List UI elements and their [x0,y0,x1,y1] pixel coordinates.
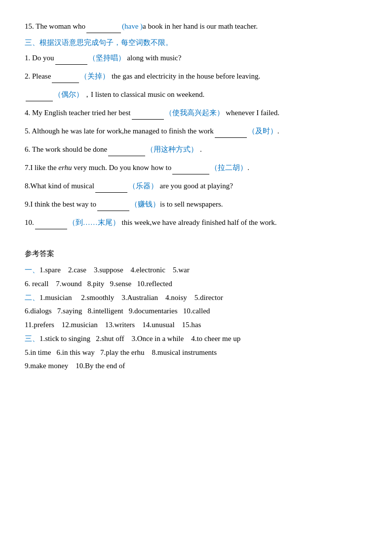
q1-blank [55,64,87,65]
q10-hint: （到……末尾） [68,218,120,226]
q6-text-before: 6. The work should be done [25,145,107,153]
answer-s2-items-row2: 6.dialogs 7.saying 8.intelligent 9.docum… [25,307,210,315]
q5-text-before: 5. Although he was late for work,he mana… [25,127,214,135]
question-4: 4. My English teacher tried her best（使我高… [25,106,367,120]
q3-hint: （偶尔） [54,90,83,98]
q7-text-after: . [247,164,249,171]
answer-s1-items-row1: 1.spare 2.case 3.suppose 4.electronic 5.… [39,266,190,274]
answer-section1-line1: 一、1.spare 2.case 3.suppose 4.electronic … [25,263,367,277]
q10-text-after: this week,we have already finished half … [120,218,277,226]
answer-s3-prefix: 三、 [25,335,39,342]
answer-s2-prefix: 二、 [25,294,39,301]
q1-hint: （坚持唱） [88,54,125,62]
answer-section3-line3: 9.make money 10.By the end of [25,359,367,373]
q4-text-after: whenever I failed. [224,109,279,117]
q6-text-after: . [198,145,202,153]
q5-hint: （及时） [248,127,277,135]
q8-blank [95,192,127,193]
q7-hint: （拉二胡） [210,164,247,171]
q2-text-before: 2. Please [25,72,51,80]
q7-text-mid: very much. Do you know how to [72,164,172,171]
answer-s1-prefix: 一、 [25,266,39,274]
q6-hint: （用这种方式） [146,145,198,153]
question-8: 8.What kind of musical（乐器） are you good … [25,179,367,193]
answer-section2-line2: 6.dialogs 7.saying 8.intelligent 9.docum… [25,304,367,318]
q8-hint: （乐器） [128,182,158,190]
q2-blank [52,83,79,83]
question-15: 15. The woman who(have )a book in her ha… [25,20,367,33]
question-1: 1. Do you（坚持唱） along with music? [25,51,367,65]
answer-s3-items-row1: 1.stick to singing 2.shut off 3.Once in … [39,335,240,342]
q15-text-before: 15. The woman who [25,22,85,30]
answer-section3-line2: 5.in time 6.in this way 7.play the erhu … [25,346,367,360]
q1-text-before: 1. Do you [25,54,54,62]
q4-blank [132,119,164,120]
answer-s3-items-row2: 5.in time 6.in this way 7.play the erhu … [25,348,217,356]
answer-section2-line3: 11.prefers 12.musician 13.writers 14.unu… [25,318,367,332]
q7-text-before: 7.I like the [25,164,58,171]
answer-section1-line2: 6. recall 7.wound 8.pity 9.sense 10.refl… [25,277,367,291]
q2-hint: （关掉） [80,72,110,80]
q9-text-before: 9.I think the best way to [25,200,96,208]
q4-hint: （使我高兴起来） [165,109,224,117]
q4-text-before: 4. My English teacher tried her best [25,109,131,117]
q15-text-after: a book in her hand is our math teacher. [143,22,258,30]
question-9: 9.I think the best way to（赚钱）is to sell … [25,198,367,211]
q3-blank [26,101,53,101]
answer-s2-items-row3: 11.prefers 12.musician 13.writers 14.unu… [25,321,201,329]
q1-text-after: along with music? [125,54,182,62]
q6-blank [108,156,145,156]
q15-blank [86,33,121,33]
section3-header: 三、根据汉语意思完成句子，每空词数不限。 [25,38,367,47]
question-2: 2. Please（关掉） the gas and electricity in… [25,70,367,83]
q15-hint: (have ) [122,22,143,30]
question-7: 7.I like the erhu very much. Do you know… [25,161,367,174]
answer-s2-items-row1: 1.musician 2.smoothly 3.Australian 4.noi… [39,294,223,301]
q2-text-after: the gas and electricity in the house bef… [110,72,260,80]
q8-text-after: are you good at playing? [158,182,233,190]
question-3: （偶尔），I listen to classical music on week… [25,88,367,101]
q10-blank [35,229,67,229]
answer-section3-line1: 三、1.stick to singing 2.shut off 3.Once i… [25,332,367,346]
q7-italic: erhu [58,164,72,171]
answer-section2-line1: 二、1.musician 2.smoothly 3.Australian 4.n… [25,291,367,305]
q8-text-before: 8.What kind of musical [25,182,94,190]
q9-blank [97,211,129,211]
q9-hint: （赚钱） [130,200,160,208]
answers-title: 参考答案 [25,249,367,258]
q9-text-after: is to sell newspapers. [160,200,223,208]
answer-s1-items-row2: 6. recall 7.wound 8.pity 9.sense 10.refl… [25,280,172,288]
q5-text-after: . [277,127,279,135]
q10-text-before: 10. [25,218,34,226]
q7-blank [172,174,209,174]
question-5: 5. Although he was late for work,he mana… [25,125,367,138]
q3-text-after: ，I listen to classical music on weekend. [83,90,204,98]
answer-s3-items-row3: 9.make money 10.By the end of [25,362,125,370]
question-6: 6. The work should be done（用这种方式） . [25,143,367,156]
question-10: 10.（到……末尾） this week,we have already fin… [25,216,367,229]
q5-blank [215,137,247,138]
answers-section: 参考答案 一、1.spare 2.case 3.suppose 4.electr… [25,249,367,373]
